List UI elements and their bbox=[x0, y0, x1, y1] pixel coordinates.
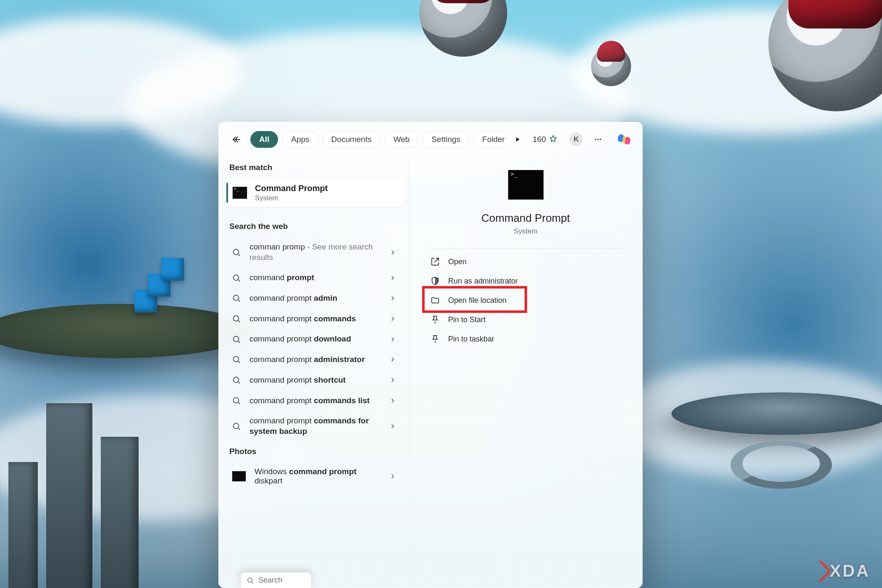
action-pin-start[interactable]: Pin to Start bbox=[427, 310, 624, 329]
svg-point-7 bbox=[234, 275, 239, 280]
action-pin-taskbar[interactable]: Pin to taskbar bbox=[427, 329, 624, 349]
web-result[interactable]: command prompt commands list bbox=[226, 391, 405, 411]
photo-result[interactable]: Windows command prompt diskpart bbox=[226, 462, 405, 491]
photo-thumb-icon bbox=[232, 471, 246, 482]
search-icon bbox=[232, 248, 241, 257]
watermark: XDA bbox=[811, 562, 870, 580]
web-result[interactable]: comman promp - See more search results bbox=[226, 237, 405, 268]
svg-point-5 bbox=[234, 249, 239, 255]
copilot-icon[interactable] bbox=[617, 132, 632, 147]
svg-point-17 bbox=[234, 377, 239, 383]
svg-point-21 bbox=[234, 423, 239, 429]
chevron-right-icon bbox=[389, 294, 396, 302]
svg-line-10 bbox=[238, 300, 240, 302]
svg-line-20 bbox=[238, 402, 240, 404]
start-search-panel: AllAppsDocumentsWebSettingsFoldersPh 160… bbox=[218, 122, 643, 588]
search-topbar: AllAppsDocumentsWebSettingsFoldersPh 160… bbox=[218, 122, 643, 155]
chevron-right-icon bbox=[389, 336, 396, 343]
svg-line-22 bbox=[238, 428, 240, 430]
svg-point-11 bbox=[234, 316, 239, 321]
detail-subtitle: System bbox=[514, 227, 538, 236]
taskbar-search[interactable]: Search bbox=[240, 572, 312, 588]
search-icon bbox=[232, 422, 241, 431]
svg-line-24 bbox=[252, 582, 253, 583]
search-icon bbox=[232, 294, 241, 303]
chevron-right-icon bbox=[389, 249, 396, 256]
filter-chip-settings[interactable]: Settings bbox=[423, 131, 469, 148]
filter-chips: AllAppsDocumentsWebSettingsFoldersPh bbox=[250, 131, 505, 148]
web-result[interactable]: command prompt download bbox=[226, 329, 405, 349]
filter-chip-documents[interactable]: Documents bbox=[323, 131, 381, 148]
svg-line-8 bbox=[238, 280, 240, 281]
web-result[interactable]: command prompt commands bbox=[226, 309, 405, 329]
chevron-right-icon bbox=[389, 472, 396, 480]
detail-pane: Command Prompt System OpenRun as adminis… bbox=[409, 155, 643, 588]
search-icon bbox=[232, 273, 241, 283]
filter-chip-web[interactable]: Web bbox=[385, 131, 419, 148]
web-result[interactable]: command prompt commands for system backu… bbox=[226, 411, 405, 441]
rewards-points: 160 bbox=[533, 135, 546, 144]
chevron-right-icon bbox=[389, 397, 396, 404]
search-icon bbox=[232, 396, 241, 405]
chevron-right-icon bbox=[389, 315, 396, 323]
search-web-heading: Search the web bbox=[226, 217, 408, 237]
svg-line-14 bbox=[238, 341, 240, 343]
chevron-right-icon bbox=[389, 356, 396, 363]
filter-chip-folders[interactable]: Folders bbox=[473, 131, 505, 148]
photos-heading: Photos bbox=[226, 442, 408, 462]
back-button[interactable] bbox=[228, 131, 244, 147]
svg-point-9 bbox=[234, 295, 239, 301]
svg-line-16 bbox=[238, 362, 240, 363]
web-result[interactable]: command prompt administrator bbox=[226, 349, 405, 370]
action-open[interactable]: Open bbox=[427, 252, 624, 271]
best-match-result[interactable]: Command Prompt System bbox=[226, 178, 405, 207]
svg-line-18 bbox=[238, 382, 240, 383]
detail-title: Command Prompt bbox=[481, 212, 570, 225]
svg-point-19 bbox=[234, 398, 239, 403]
chevron-right-icon bbox=[389, 274, 396, 282]
user-avatar[interactable]: K bbox=[570, 133, 583, 146]
svg-line-12 bbox=[238, 320, 240, 322]
svg-point-23 bbox=[248, 578, 252, 583]
search-icon bbox=[232, 314, 241, 323]
action-run-admin[interactable]: Run as administrator bbox=[427, 271, 624, 291]
more-button[interactable] bbox=[591, 133, 605, 146]
web-result[interactable]: command prompt bbox=[226, 268, 405, 288]
detail-divider bbox=[427, 248, 624, 249]
desktop-wallpaper: AllAppsDocumentsWebSettingsFoldersPh 160… bbox=[0, 0, 882, 588]
chevron-right-icon bbox=[389, 423, 396, 430]
svg-point-15 bbox=[234, 357, 239, 362]
search-icon bbox=[232, 335, 241, 344]
results-column: Best match Command Prompt System Search … bbox=[218, 155, 408, 588]
action-open-loc[interactable]: Open file location bbox=[427, 291, 624, 310]
best-match-heading: Best match bbox=[226, 158, 408, 178]
svg-point-4 bbox=[600, 139, 601, 140]
filters-scroll-right[interactable] bbox=[511, 133, 524, 146]
svg-point-3 bbox=[597, 139, 598, 140]
web-result[interactable]: command prompt shortcut bbox=[226, 370, 405, 391]
detail-app-icon bbox=[508, 170, 544, 200]
svg-point-2 bbox=[595, 139, 596, 140]
best-match-title: Command Prompt bbox=[255, 184, 328, 193]
svg-point-13 bbox=[234, 336, 239, 341]
rewards-button[interactable]: 160 bbox=[533, 135, 558, 144]
search-icon bbox=[232, 375, 241, 385]
search-icon bbox=[232, 355, 241, 364]
web-result[interactable]: command prompt admin bbox=[226, 288, 405, 309]
cmd-icon bbox=[232, 186, 247, 199]
filter-chip-apps[interactable]: Apps bbox=[282, 131, 318, 148]
chevron-right-icon bbox=[389, 376, 396, 384]
best-match-subtitle: System bbox=[255, 194, 328, 202]
filter-chip-all[interactable]: All bbox=[250, 131, 278, 148]
svg-line-6 bbox=[238, 254, 240, 256]
